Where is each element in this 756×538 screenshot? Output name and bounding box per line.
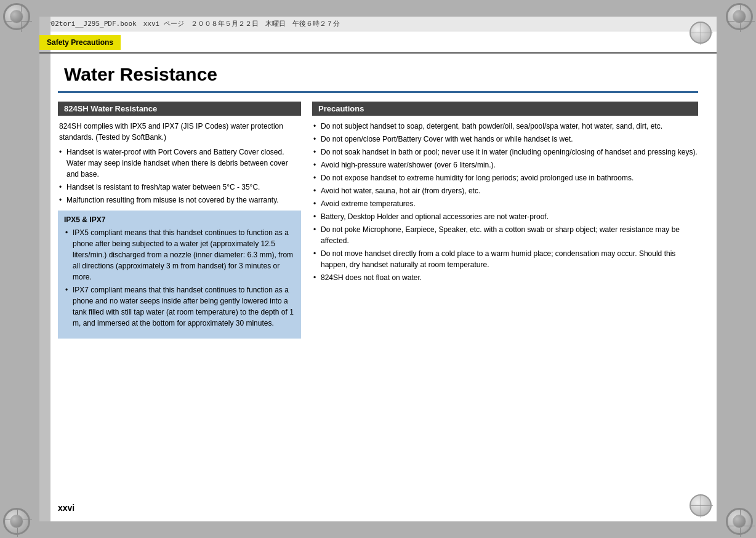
left-column: 824SH Water Resistance 824SH complies wi… — [58, 102, 301, 339]
ipx-box: IPX5 & IPX7 IPX5 compliant means that th… — [58, 211, 301, 339]
page-corner-br — [690, 494, 712, 516]
ipx-bullet-list: IPX5 compliant means that this handset c… — [64, 227, 295, 329]
list-item: Avoid hot water, sauna, hot air (from dr… — [312, 185, 698, 196]
corner-decoration-br — [726, 508, 753, 535]
list-item: Do not subject handset to soap, detergen… — [312, 121, 698, 132]
columns-container: 824SH Water Resistance 824SH complies wi… — [58, 102, 698, 339]
left-bullet-list: Handset is water-proof with Port Covers … — [58, 147, 301, 206]
header-rule — [39, 52, 717, 54]
left-intro-text: 824SH complies with IPX5 and IPX7 (JIS I… — [58, 121, 301, 143]
list-item: Battery, Desktop Holder and optional acc… — [312, 211, 698, 222]
corner-decoration-tl — [3, 3, 30, 30]
page-number: xxvi — [58, 503, 74, 513]
right-bullet-list: Do not subject handset to soap, detergen… — [312, 121, 698, 283]
blue-separator — [58, 91, 698, 93]
list-item: Do not open/close Port/Battery Cover wit… — [312, 134, 698, 145]
list-item: Handset is water-proof with Port Covers … — [58, 147, 301, 180]
main-content: Water Resistance 824SH Water Resistance … — [39, 55, 717, 521]
list-item: IPX7 compliant means that this handset c… — [64, 284, 295, 329]
page-title: Water Resistance — [58, 64, 698, 85]
corner-decoration-bl — [3, 508, 30, 535]
metadata-text: #02tori__J295_PDF.book xxvi ページ ２００８年５月２… — [47, 20, 340, 28]
top-metadata-bar: #02tori__J295_PDF.book xxvi ページ ２００８年５月２… — [39, 17, 717, 31]
right-section-header: Precautions — [312, 102, 698, 116]
corner-decoration-tr — [726, 3, 753, 30]
list-item: 824SH does not float on water. — [312, 272, 698, 283]
list-item: Avoid extreme temperatures. — [312, 198, 698, 209]
list-item: Do not expose handset to extreme humidit… — [312, 172, 698, 183]
list-item: IPX5 compliant means that this handset c… — [64, 227, 295, 283]
page-corner-tr — [690, 22, 712, 44]
list-item: Handset is resistant to fresh/tap water … — [58, 182, 301, 193]
list-item: Do not poke Microphone, Earpiece, Speake… — [312, 224, 698, 246]
page: #02tori__J295_PDF.book xxvi ページ ２００８年５月２… — [39, 17, 717, 521]
safety-precautions-tab: Safety Precautions — [39, 35, 121, 50]
ipx-header: IPX5 & IPX7 — [64, 215, 295, 224]
list-item: Do not move handset directly from a cold… — [312, 248, 698, 270]
list-item: Malfunction resulting from misuse is not… — [58, 195, 301, 206]
list-item: Do not soak handset in bath or pool; nev… — [312, 147, 698, 158]
left-section-header: 824SH Water Resistance — [58, 102, 301, 116]
right-column: Precautions Do not subject handset to so… — [312, 102, 698, 288]
list-item: Avoid high-pressure water/shower (over 6… — [312, 159, 698, 171]
